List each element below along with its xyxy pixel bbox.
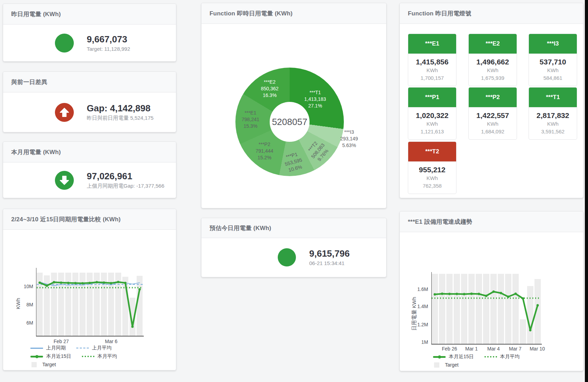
card-title: Function 昨日用電燈號	[408, 9, 471, 18]
card-function-realtime-usage: Function 即時日用電量 (KWh) 5208057 ***T11,413…	[201, 3, 387, 208]
donut-label-e2: ***E2850,36216.3%	[261, 79, 279, 99]
blue-dashed-line-icon	[76, 348, 89, 348]
tile-label: ***P2	[469, 88, 517, 107]
chart-legend: 上月同期 上月平均 本月近15日 本月平均 Target	[30, 345, 117, 367]
card-header: 本月用電量 (KWh)	[3, 142, 176, 162]
tile-label: ***T2	[408, 142, 456, 161]
status-tile-t1[interactable]: ***T1 2,817,832 KWh 3,591,562	[529, 87, 577, 140]
stat-subtext: 06-21 15:34:41	[309, 260, 350, 266]
tile-value: 955,212	[410, 165, 455, 174]
status-tile-t2[interactable]: ***T2 955,212 KWh 762,358	[408, 141, 456, 194]
tile-label: ***P1	[408, 88, 456, 107]
legend-item-target[interactable]: Target	[433, 362, 459, 368]
card-today-estimate: 預估今日用電量 (KWh) 9,615,796 06-21 15:34:41	[201, 218, 387, 277]
status-tile-e2[interactable]: ***E2 1,496,662 KWh 1,675,939	[468, 34, 517, 86]
green-line-icon	[30, 356, 43, 357]
status-tile-e1[interactable]: ***E1 1,415,856 KWh 1,700,157	[408, 34, 456, 86]
screen-edge	[585, 0, 588, 382]
x-tick: Mar 6	[105, 339, 118, 344]
legend-label: 本月近15日	[46, 353, 71, 360]
compare-chart-svg[interactable]	[36, 268, 144, 336]
legend-item-last-month-series[interactable]: 上月同期	[30, 345, 66, 351]
stat-subtext: 昨日與前日用電量 5,524,175	[87, 115, 154, 121]
card-month-usage: 本月用電量 (KWh) 97,026,961 上個月同期用電Gap: -17,3…	[3, 141, 176, 198]
legend-label: 本月平均	[500, 354, 520, 360]
y-tick: 10M	[16, 284, 33, 289]
tile-target: 1,121,613	[410, 128, 455, 136]
arrow-up-circle-icon	[55, 103, 74, 122]
legend-item-this-month-avg[interactable]: 本月平均	[82, 353, 117, 360]
green-dotted-line-icon	[82, 356, 94, 357]
y-tick: 1.6M	[411, 286, 428, 292]
green-dotted-line-icon	[484, 356, 497, 357]
x-tick: Mar 1	[465, 346, 478, 352]
legend-label: Target	[445, 362, 459, 368]
card-15day-compare-chart: 2/24~3/10 近15日同期用電量比較 (KWh) 10M 8M 6M KW…	[3, 209, 176, 370]
tile-target: 762,358	[410, 182, 455, 190]
card-header: ***E1 設備用電達成趨勢	[400, 211, 583, 232]
legend-label: Target	[42, 362, 56, 367]
card-header: 預估今日用電量 (KWh)	[201, 218, 386, 238]
blue-line-icon	[30, 348, 43, 349]
card-yesterday-status-lights: Function 昨日用電燈號 ***E1 1,415,856 KWh 1,70…	[399, 3, 583, 198]
y-tick: 6M	[16, 320, 33, 326]
legend-item-target[interactable]: Target	[30, 362, 56, 367]
tile-target: 1,684,092	[470, 128, 515, 136]
card-header: 昨日用電量 (KWh)	[3, 4, 176, 25]
donut-label-p2: ***P2791,44415.2%	[256, 141, 274, 161]
tile-value: 537,710	[530, 57, 575, 67]
tile-label: ***I3	[529, 34, 577, 54]
stat-value: Gap: 4,142,898	[87, 103, 154, 113]
tile-label: ***T1	[529, 88, 577, 107]
status-tile-i3[interactable]: ***I3 537,710 KWh 584,861	[529, 34, 577, 86]
x-tick: Feb 26	[442, 346, 457, 352]
tile-value: 1,496,662	[470, 57, 515, 67]
y-axis-label: 日用電量 KWh	[411, 297, 418, 331]
chart-legend: 本月近15日 本月平均 Target	[433, 354, 520, 368]
tile-unit: KWh	[530, 120, 575, 128]
x-tick: Mar 7	[509, 346, 522, 352]
x-tick: Feb 27	[54, 339, 69, 344]
arrow-down-circle-icon	[55, 171, 74, 190]
tile-label: ***E2	[469, 34, 517, 54]
tile-unit: KWh	[410, 67, 455, 74]
gray-square-icon	[31, 362, 37, 367]
legend-item-this-month-series[interactable]: 本月近15日	[30, 353, 71, 360]
stat-value: 9,615,796	[309, 248, 350, 259]
card-title: 本月用電量 (KWh)	[11, 148, 61, 156]
legend-item-this-month-series[interactable]: 本月近15日	[433, 354, 474, 360]
card-title: 2/24~3/10 近15日同期用電量比較 (KWh)	[11, 215, 121, 223]
tile-label: ***E1	[408, 34, 456, 54]
status-tile-p2[interactable]: ***P2 1,422,557 KWh 1,684,092	[468, 87, 517, 140]
card-title: Function 即時日用電量 (KWh)	[210, 9, 292, 18]
e1-chart-svg[interactable]	[431, 272, 542, 345]
card-header: Function 即時日用電量 (KWh)	[201, 3, 386, 24]
tile-value: 2,817,832	[530, 111, 575, 120]
card-gap-previous-day: 與前一日差異 Gap: 4,142,898 昨日與前日用電量 5,524,175	[3, 71, 176, 132]
card-header: Function 昨日用電燈號	[400, 3, 583, 24]
green-line-icon	[433, 356, 446, 358]
y-axis-label: KWh	[15, 298, 21, 310]
legend-item-last-month-avg[interactable]: 上月平均	[76, 345, 112, 351]
tile-value: 1,020,322	[410, 111, 455, 120]
donut-label-e1: ***E1798,24115.3%	[242, 110, 260, 130]
x-tick: Mar 10	[530, 346, 545, 352]
card-yesterday-usage: 昨日用電量 (KWh) 9,667,073 Target: 11,128,992	[3, 4, 176, 62]
card-header: 2/24~3/10 近15日同期用電量比較 (KWh)	[3, 209, 176, 230]
x-tick: Mar 4	[487, 346, 500, 352]
status-circle-icon	[278, 248, 296, 266]
donut-label-i3: ***I3293,1495.63%	[340, 129, 358, 149]
card-e1-trend-chart: ***E1 設備用電達成趨勢 1.6M 1.4M 1.2M 1M 日用電量 KW…	[399, 211, 583, 371]
gray-square-icon	[434, 362, 439, 368]
tile-target: 1,700,157	[410, 74, 455, 82]
legend-item-this-month-avg[interactable]: 本月平均	[484, 354, 520, 360]
tile-target: 1,675,939	[470, 74, 515, 82]
card-title: 預估今日用電量 (KWh)	[210, 224, 271, 232]
card-title: ***E1 設備用電達成趨勢	[408, 218, 472, 226]
tile-value: 1,415,856	[410, 57, 455, 67]
tile-unit: KWh	[410, 174, 455, 182]
stat-subtext: Target: 11,128,992	[87, 46, 130, 52]
status-tile-p1[interactable]: ***P1 1,020,322 KWh 1,121,613	[408, 87, 456, 140]
card-title: 昨日用電量 (KWh)	[11, 10, 61, 18]
y-tick: 1M	[411, 339, 428, 345]
